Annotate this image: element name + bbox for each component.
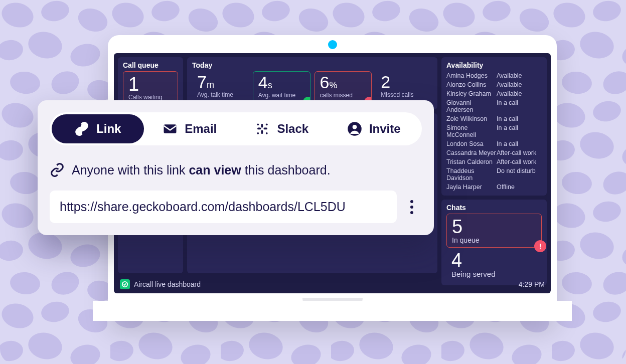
agent-status: Available bbox=[497, 81, 542, 88]
tab-invite-label: Invite bbox=[369, 122, 401, 136]
footer-title: Aircall live dashboard bbox=[134, 280, 201, 288]
svg-rect-15 bbox=[261, 124, 263, 128]
availability-row: Amina HodgesAvailable bbox=[446, 71, 542, 80]
svg-rect-12 bbox=[164, 124, 177, 133]
call-queue-value: 1 bbox=[128, 75, 173, 94]
agent-name: Amina Hodges bbox=[446, 72, 497, 79]
availability-card: Availability Amina HodgesAvailableAlonzo… bbox=[441, 57, 547, 196]
tab-email[interactable]: Email bbox=[144, 114, 236, 143]
share-desc-pre: Anyone with this link bbox=[72, 163, 189, 177]
svg-point-17 bbox=[257, 123, 259, 125]
svg-point-20 bbox=[266, 132, 268, 134]
agent-status: After-call work bbox=[497, 158, 542, 165]
tab-link[interactable]: Link bbox=[52, 114, 144, 143]
agent-status: After-call work bbox=[497, 149, 542, 156]
agent-status: In a call bbox=[497, 124, 542, 138]
agent-status: Offline bbox=[497, 184, 542, 191]
agent-status: Available bbox=[497, 72, 542, 79]
call-queue-label: Calls waiting bbox=[128, 94, 173, 101]
metric-value: 4s bbox=[258, 74, 305, 91]
link-icon bbox=[50, 162, 65, 177]
availability-row: London SosaIn a call bbox=[446, 139, 542, 148]
chats-queue-value: 5 bbox=[452, 217, 536, 236]
tab-slack-label: Slack bbox=[277, 122, 308, 136]
share-desc-post: this dashboard. bbox=[241, 163, 331, 177]
metric-box: 2 Missed calls bbox=[376, 71, 432, 103]
agent-name: Simone McConnell bbox=[446, 124, 497, 138]
right-column: Availability Amina HodgesAvailableAlonzo… bbox=[441, 57, 547, 273]
availability-row: Cassandra MeyerAfter-call work bbox=[446, 148, 542, 157]
share-url-input[interactable] bbox=[50, 191, 397, 223]
availability-row: Tristan CalderonAfter-call work bbox=[446, 157, 542, 166]
agent-name: Thaddeus Davidson bbox=[446, 167, 497, 181]
agent-name: Tristan Calderon bbox=[446, 158, 497, 165]
chats-card: Chats 5 In queue ! 4 Being served bbox=[441, 200, 547, 285]
email-icon bbox=[163, 121, 178, 136]
availability-title: Availability bbox=[446, 61, 542, 69]
agent-name: Jayla Harper bbox=[446, 184, 497, 191]
chats-queue-label: In queue bbox=[452, 236, 536, 244]
agent-name: Zoie Wilkinson bbox=[446, 115, 497, 122]
footer-time: 4:29 PM bbox=[519, 280, 545, 288]
chats-served-value: 4 bbox=[451, 251, 537, 270]
share-tabs: Link Email Slack Invite bbox=[50, 112, 422, 145]
more-options-button[interactable] bbox=[402, 200, 422, 214]
call-queue-title: Call queue bbox=[123, 61, 178, 69]
geckoboard-logo-icon bbox=[120, 279, 130, 289]
availability-row: Giovanni AndersenIn a call bbox=[446, 98, 542, 114]
today-title: Today bbox=[192, 61, 432, 69]
tab-slack[interactable]: Slack bbox=[236, 114, 328, 143]
svg-point-18 bbox=[266, 123, 268, 125]
metric-label: calls missed bbox=[320, 92, 367, 99]
availability-row: Simone McConnellIn a call bbox=[446, 123, 542, 139]
metric-label: Avg. talk time bbox=[197, 91, 244, 98]
agent-status: Do not disturb bbox=[497, 167, 542, 181]
metric-label: Avg. wait time bbox=[258, 92, 305, 99]
alert-icon: ! bbox=[534, 240, 546, 252]
availability-row: Jayla HarperOffline bbox=[446, 183, 542, 192]
device-camera bbox=[328, 40, 337, 49]
chats-served-box: 4 Being served bbox=[446, 251, 542, 281]
agent-status: In a call bbox=[497, 99, 542, 113]
tab-invite[interactable]: Invite bbox=[328, 114, 420, 143]
svg-rect-13 bbox=[257, 128, 261, 130]
metric-value: 7m bbox=[197, 73, 244, 90]
availability-row: Kinsley GrahamAvailable bbox=[446, 89, 542, 98]
svg-point-22 bbox=[353, 125, 357, 129]
agent-name: Cassandra Meyer bbox=[446, 149, 497, 156]
user-icon bbox=[347, 121, 362, 136]
footer-bar: Aircall live dashboard 4:29 PM bbox=[118, 277, 547, 289]
metric-box: 6% calls missed bbox=[315, 71, 372, 103]
agent-name: Alonzo Collins bbox=[446, 81, 497, 88]
metric-box: 4s Avg. wait time bbox=[253, 71, 310, 103]
svg-point-19 bbox=[257, 132, 259, 134]
share-desc-bold: can view bbox=[189, 163, 241, 177]
link-icon bbox=[74, 121, 89, 136]
agent-status: Available bbox=[497, 90, 542, 97]
share-url-row bbox=[50, 191, 422, 223]
agent-name: Kinsley Graham bbox=[446, 90, 497, 97]
slack-icon bbox=[255, 121, 270, 136]
tab-link-label: Link bbox=[96, 122, 121, 136]
availability-row: Alonzo CollinsAvailable bbox=[446, 80, 542, 89]
svg-rect-14 bbox=[264, 128, 268, 130]
agent-status: In a call bbox=[497, 115, 542, 122]
agent-name: Giovanni Andersen bbox=[446, 99, 497, 113]
chats-title: Chats bbox=[446, 204, 542, 212]
availability-row: Thaddeus DavidsonDo not disturb bbox=[446, 166, 542, 183]
metric-label: Missed calls bbox=[381, 91, 427, 98]
agent-name: London Sosa bbox=[446, 140, 497, 147]
agent-status: In a call bbox=[497, 140, 542, 147]
availability-row: Zoie WilkinsonIn a call bbox=[446, 114, 542, 123]
metric-value: 6% bbox=[320, 74, 367, 91]
svg-rect-16 bbox=[261, 130, 263, 134]
tab-email-label: Email bbox=[185, 122, 217, 136]
metric-box: 7m Avg. talk time bbox=[192, 71, 249, 103]
share-popover: Link Email Slack Invite bbox=[38, 100, 434, 235]
device-base bbox=[93, 301, 572, 321]
chats-queue-box: 5 In queue ! bbox=[446, 214, 542, 248]
metric-value: 2 bbox=[381, 73, 427, 90]
share-description: Anyone with this link can view this dash… bbox=[50, 162, 422, 177]
